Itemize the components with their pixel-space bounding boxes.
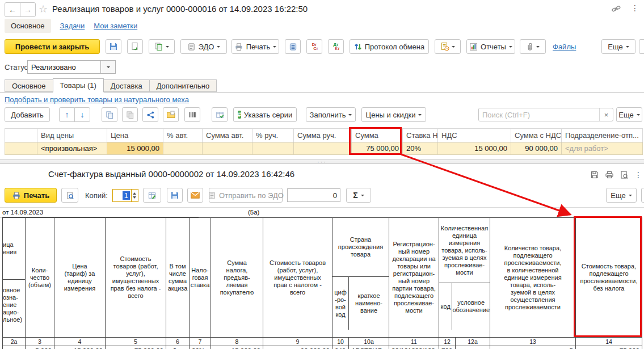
edo-button[interactable]: ЭДО	[180, 39, 227, 54]
back-button[interactable]: ←	[5, 2, 20, 17]
files-link[interactable]: Файлы	[553, 43, 576, 51]
podrazdelenie-cell[interactable]: <для работ>	[562, 142, 643, 155]
delete-row-button[interactable]	[122, 107, 138, 122]
save-button[interactable]	[167, 188, 183, 203]
window1-title: Реализация товаров и услуг 0000-000016 о…	[52, 4, 308, 14]
print-icon[interactable]	[605, 170, 614, 179]
status-label: Статус:	[5, 63, 30, 72]
counter-field[interactable]: 0	[287, 188, 340, 202]
col-9-header: Стоимость товаров (работ, услуг), имущес…	[263, 218, 332, 338]
nds-cell[interactable]: 15 000,00	[438, 142, 511, 155]
add-row-button[interactable]: Добавить	[5, 107, 50, 122]
col-summa-avt: Сумма авт.	[203, 129, 252, 142]
window-menu-kebab-icon[interactable]: ⋮	[634, 170, 642, 179]
more-button[interactable]: Еще	[606, 188, 637, 203]
table-more-button[interactable]: Еще	[616, 107, 642, 122]
print-button[interactable]: Печать	[231, 39, 279, 54]
series-label: Указать серии	[244, 111, 292, 119]
help-button[interactable]: ?	[641, 188, 644, 203]
sales-document-window: ← → ☆ Реализация товаров и услуг 0000-00…	[0, 0, 644, 159]
nav-item-notes[interactable]: Мои заметки	[94, 22, 137, 30]
copy-row-button[interactable]	[102, 107, 117, 122]
reports-button[interactable]: Отчеты	[466, 39, 515, 54]
help-button[interactable]: ?	[639, 39, 644, 54]
print-button[interactable]: Печать	[5, 188, 57, 203]
window-menu-kebab-icon[interactable]: ⋮	[631, 3, 639, 12]
barcode-scan-button[interactable]	[184, 107, 200, 122]
preview-button[interactable]	[61, 188, 78, 203]
save-icon[interactable]	[590, 170, 599, 179]
tab-tovary[interactable]: Товары (1)	[53, 78, 104, 92]
post-document-icon	[131, 42, 140, 51]
copies-stepper[interactable]: 1	[112, 189, 138, 202]
pct-ruch-cell[interactable]	[252, 142, 294, 155]
pct-avt-cell[interactable]	[163, 142, 203, 155]
specify-series-button[interactable]: # Указать серии	[233, 107, 297, 122]
exchange-protocol-button[interactable]: Протокол обмена	[350, 39, 429, 54]
stepper-arrows[interactable]	[131, 190, 138, 201]
post-and-close-label: Провести и закрыть	[15, 43, 89, 51]
prices-discounts-button[interactable]: Цены и скидки	[361, 107, 426, 122]
stavka-nds-cell[interactable]: 20%	[403, 142, 438, 155]
column-numbers-row: 2а3 45 67 89 1010а 1112 12а13 14	[3, 338, 642, 346]
fur-products-link[interactable]: Подобрать и проверить товары из натураль…	[5, 95, 189, 104]
check-fill-button[interactable]	[212, 107, 228, 122]
move-down-button[interactable]: ↓	[74, 107, 90, 122]
related-documents-button[interactable]	[285, 39, 301, 54]
summa-s-nds-cell[interactable]: 90 000,00	[511, 142, 562, 155]
status-select[interactable]: Реализовано	[27, 60, 101, 74]
favorite-star-icon[interactable]: ☆	[39, 3, 48, 15]
add-label: Добавить	[11, 111, 43, 119]
invoice-preview[interactable]: от 14.09.2023 (5а) ица ения овное озна- …	[0, 207, 644, 349]
summa-cell[interactable]: 75 000,00	[352, 142, 403, 155]
tab-dopolnitelno[interactable]: Дополнительно	[149, 79, 217, 92]
more-label: Еще	[611, 191, 625, 200]
tab-osnovnoe[interactable]: Основное	[5, 79, 53, 92]
send-edo-button[interactable]: Отправить по ЭДО	[209, 188, 283, 203]
goods-data-row[interactable]: <произвольная> 15 000,00 75 000,00 20% 1…	[5, 142, 643, 155]
tab-dostavka[interactable]: Доставка	[103, 79, 150, 92]
move-to-folder-button[interactable]	[163, 107, 179, 122]
send-email-button[interactable]	[187, 188, 203, 203]
cell-2a	[3, 346, 26, 349]
cell-4-price: 15 000,00	[54, 346, 106, 349]
dtkt-button[interactable]: ДтКт	[328, 39, 344, 54]
share-button[interactable]	[142, 107, 158, 122]
post-and-close-button[interactable]: Провести и закрыть	[5, 39, 100, 54]
step-down-icon	[133, 196, 136, 199]
print-label: Печать	[24, 191, 49, 200]
vid-ceny-cell[interactable]: <произвольная>	[37, 142, 107, 155]
row-selector-cell[interactable]	[5, 142, 37, 155]
window-splitter[interactable]: ···	[0, 159, 644, 164]
goods-table[interactable]: Вид цены Цена % авт. Сумма авт. % руч. С…	[5, 128, 643, 155]
nav-item-main[interactable]: Основное	[5, 19, 51, 33]
cell-7-tax-rate: 20%	[190, 346, 211, 349]
status-dropdown-button[interactable]	[101, 60, 116, 74]
summa-ruch-cell[interactable]	[294, 142, 352, 155]
drcr-button[interactable]: DrCr	[306, 39, 322, 54]
post-close-variants-button[interactable]	[149, 39, 175, 54]
printer-icon	[234, 43, 243, 51]
preview-icon[interactable]	[620, 170, 629, 179]
sum-button[interactable]: Σ	[346, 188, 371, 203]
copies-label: Копий:	[85, 191, 108, 200]
forward-button[interactable]: →	[20, 2, 36, 17]
scheduled-tasks-button[interactable]	[435, 39, 461, 54]
edit-spreadsheet-button[interactable]	[143, 188, 161, 203]
more-button[interactable]: Еще	[601, 39, 635, 54]
summa-avt-cell[interactable]	[203, 142, 252, 155]
post-button[interactable]	[127, 39, 143, 54]
col-pct-avt: % авт.	[163, 129, 203, 142]
fill-button[interactable]: Заполнить	[306, 107, 356, 122]
dropdown-caret-icon	[217, 46, 220, 48]
search-input[interactable]	[479, 108, 599, 121]
invoice-window: Счет-фактура выданный 0000-0000002 от 14…	[0, 164, 644, 349]
nav-item-tasks[interactable]: Задачи	[60, 22, 85, 30]
get-link-icon[interactable]	[612, 5, 621, 13]
move-up-button[interactable]: ↑	[59, 107, 75, 122]
col-summa: Сумма	[352, 129, 403, 142]
clear-search-button[interactable]: ×	[599, 108, 613, 121]
attachments-button[interactable]	[520, 39, 546, 54]
cena-cell[interactable]: 15 000,00	[107, 142, 163, 155]
save-button[interactable]	[106, 39, 121, 54]
